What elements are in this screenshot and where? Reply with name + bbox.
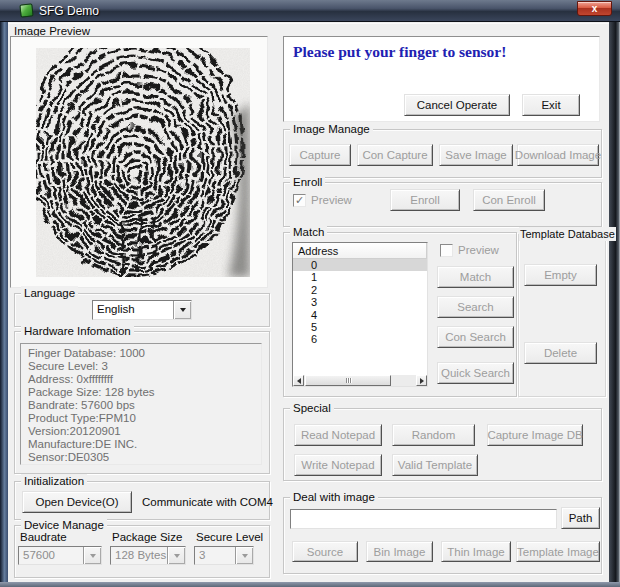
- baudrate-select[interactable]: 57600: [18, 546, 102, 565]
- template-database-group-label: Template Database: [519, 227, 616, 241]
- con-search-button[interactable]: Con Search: [437, 326, 514, 348]
- capture-image-db-button[interactable]: Capture Image DB: [487, 424, 583, 446]
- enroll-button[interactable]: Enroll: [390, 189, 460, 211]
- enroll-preview-checkbox[interactable]: ✓: [293, 194, 306, 207]
- window-frame-bottom: [0, 582, 620, 587]
- list-item[interactable]: 4: [293, 309, 427, 321]
- match-group-label: Match: [290, 225, 327, 239]
- valid-template-button[interactable]: Valid Template: [392, 454, 478, 476]
- hw-package-size: Package Size: 128 bytes: [22, 386, 260, 399]
- fingerprint-image: [36, 48, 250, 277]
- package-size-value: 128 Bytes: [111, 547, 167, 564]
- template-image-button[interactable]: Template Image: [516, 541, 600, 562]
- list-item[interactable]: 2: [293, 284, 427, 296]
- app-window: SFG Demo x Image Preview: [0, 0, 620, 587]
- hardware-info-panel: Finger Database: 1000 Secure Level: 3 Ad…: [20, 343, 262, 465]
- chevron-down-icon: [83, 547, 101, 564]
- list-item[interactable]: 5: [293, 321, 427, 333]
- address-column-header[interactable]: Address: [293, 243, 427, 259]
- search-button[interactable]: Search: [437, 296, 514, 318]
- special-group-label: Special: [290, 401, 334, 415]
- horizontal-scrollbar[interactable]: [293, 375, 427, 386]
- source-button[interactable]: Source: [292, 541, 358, 562]
- image-manage-group-label: Image Manage: [290, 122, 373, 136]
- random-button[interactable]: Random: [392, 424, 475, 446]
- write-notepad-button[interactable]: Write Notepad: [294, 454, 382, 476]
- list-item[interactable]: 1: [293, 271, 427, 283]
- template-database-group: Template Database: [518, 234, 606, 397]
- initialization-group-label: Initialization: [21, 474, 87, 488]
- scrollbar-thumb[interactable]: [305, 375, 391, 386]
- quick-search-button[interactable]: Quick Search: [437, 362, 514, 384]
- match-preview-label: Preview: [458, 244, 499, 256]
- prompt-message: Please put your finger to sensor!: [293, 43, 506, 61]
- chevron-down-icon: [167, 547, 185, 564]
- read-notepad-button[interactable]: Read Notepad: [294, 424, 382, 446]
- package-size-label: Package Size: [112, 531, 182, 543]
- hw-secure-level: Secure Level: 3: [22, 360, 260, 373]
- app-icon: [19, 3, 33, 17]
- hw-address: Address: 0xffffffff: [22, 373, 260, 386]
- thin-image-button[interactable]: Thin Image: [441, 541, 511, 562]
- con-capture-button[interactable]: Con Capture: [357, 144, 433, 166]
- list-item[interactable]: 0: [293, 259, 427, 271]
- secure-level-label: Secure Level: [196, 531, 263, 543]
- title-bar[interactable]: SFG Demo x: [0, 0, 620, 22]
- device-manage-group-label: Device Manage: [21, 518, 107, 532]
- download-image-button[interactable]: Download Image: [517, 144, 599, 166]
- language-select[interactable]: English: [92, 300, 192, 320]
- communicate-status-text: Communicate with COM4: [142, 496, 273, 508]
- delete-button[interactable]: Delete: [524, 342, 597, 364]
- check-icon: ✓: [295, 195, 304, 206]
- secure-level-value: 3: [195, 547, 235, 564]
- hw-version: Version:20120901: [22, 425, 260, 438]
- exit-button[interactable]: Exit: [522, 94, 580, 116]
- enroll-group-label: Enroll: [290, 175, 325, 189]
- path-button[interactable]: Path: [561, 507, 600, 529]
- match-preview-checkbox[interactable]: [440, 244, 453, 257]
- cancel-operate-button[interactable]: Cancel Operate: [404, 94, 510, 116]
- enroll-preview-label: Preview: [311, 194, 352, 206]
- address-list[interactable]: Address 0 1 2 3 4 5 6: [292, 242, 428, 387]
- close-button[interactable]: x: [577, 1, 612, 16]
- empty-button[interactable]: Empty: [524, 264, 597, 286]
- save-image-button[interactable]: Save Image: [439, 144, 513, 166]
- open-device-button[interactable]: Open Device(O): [22, 491, 132, 513]
- window-title: SFG Demo: [39, 4, 99, 18]
- hw-bandrate: Bandrate: 57600 bps: [22, 399, 260, 412]
- language-group-label: Language: [21, 286, 78, 300]
- hw-manufacture: Manufacture:DE INC.: [22, 438, 260, 451]
- image-path-input[interactable]: [290, 509, 557, 529]
- hw-sensor: Sensor:DE0305: [22, 451, 260, 464]
- hw-finger-database: Finger Database: 1000: [22, 347, 260, 360]
- list-item[interactable]: 3: [293, 296, 427, 308]
- scroll-right-icon[interactable]: [416, 375, 427, 386]
- list-item[interactable]: 6: [293, 333, 427, 345]
- chevron-down-icon: [235, 547, 253, 564]
- window-frame-right: [609, 22, 620, 582]
- capture-button[interactable]: Capture: [289, 144, 351, 166]
- secure-level-select[interactable]: 3: [194, 546, 254, 565]
- chevron-down-icon[interactable]: [173, 301, 191, 319]
- match-button[interactable]: Match: [437, 266, 514, 288]
- baudrate-value: 57600: [19, 547, 83, 564]
- baudrate-label: Baudrate: [20, 531, 67, 543]
- scrollbar-track[interactable]: [391, 375, 416, 386]
- window-frame-left: [0, 22, 8, 582]
- bin-image-button[interactable]: Bin Image: [366, 541, 433, 562]
- deal-with-image-group-label: Deal with image: [290, 490, 378, 504]
- language-selected-value: English: [93, 301, 173, 319]
- con-enroll-button[interactable]: Con Enroll: [473, 189, 545, 211]
- package-size-select[interactable]: 128 Bytes: [110, 546, 186, 565]
- hw-product-type: Product Type:FPM10: [22, 412, 260, 425]
- hardware-info-group-label: Hardware Infomation: [21, 324, 134, 338]
- scroll-left-icon[interactable]: [293, 375, 304, 386]
